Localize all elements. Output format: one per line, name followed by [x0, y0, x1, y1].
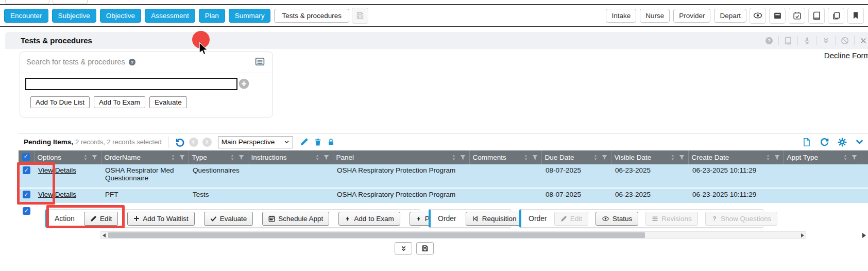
intake-button[interactable]: Intake	[606, 9, 636, 23]
grid-toolbar-right-icons	[802, 137, 868, 147]
cell-instructions	[248, 164, 333, 188]
perspective-select[interactable]: Main Perspective	[218, 136, 293, 148]
pencil-icon[interactable]	[300, 138, 309, 146]
requisition-button[interactable]: Requisition	[466, 212, 523, 226]
row-checkbox[interactable]	[23, 166, 30, 174]
status-button[interactable]: Status	[595, 212, 638, 226]
eye-icon[interactable]	[750, 8, 766, 24]
sort-icon	[523, 154, 529, 161]
revisions-button[interactable]: Revisions	[645, 212, 698, 226]
calendar-check-icon[interactable]	[789, 8, 805, 24]
cell-order-name: PFT	[101, 188, 189, 203]
section-header: Tests & procedures ?	[5, 32, 868, 49]
scrollbar-thumb[interactable]	[108, 232, 645, 238]
tab-summary[interactable]: Summary	[229, 9, 271, 23]
save-icon[interactable]	[416, 242, 434, 255]
view-details-link[interactable]: View Details	[38, 191, 76, 198]
bottom-bar	[395, 242, 434, 255]
filter-icon	[774, 154, 780, 161]
expand-double-chevron-icon[interactable]	[395, 242, 412, 255]
column-options[interactable]: Options	[34, 150, 101, 164]
block-icon[interactable]	[841, 37, 849, 45]
bookmark-icon[interactable]	[847, 8, 864, 24]
add-to-exam-button[interactable]: Add to Exam	[338, 212, 400, 226]
tab-plan[interactable]: Plan	[199, 9, 225, 23]
requisition-icon	[472, 215, 479, 222]
horizontal-scrollbar[interactable]	[100, 231, 806, 239]
list-icon[interactable]	[254, 56, 265, 67]
plus-circle-icon[interactable]	[239, 78, 249, 89]
column-visible-date[interactable]: Visible Date	[611, 150, 688, 164]
calendar-icon	[268, 215, 275, 222]
chevron-left-circle-icon[interactable]	[189, 138, 198, 147]
close-icon[interactable]	[860, 37, 867, 44]
document-icon[interactable]	[802, 138, 811, 147]
sort-icon	[314, 154, 320, 161]
cell-comments	[469, 164, 541, 188]
cell-due-date: 08-07-2025	[541, 188, 611, 203]
select-all-checkbox[interactable]	[22, 153, 30, 161]
nurse-button[interactable]: Nurse	[640, 9, 670, 23]
search-input[interactable]	[25, 78, 237, 90]
chevron-right-circle-icon[interactable]	[202, 138, 212, 147]
double-chevron-down-icon[interactable]	[822, 37, 830, 44]
cell-create-date: 06-23-2025 10:11:29	[688, 188, 784, 203]
scroll-right-arrow[interactable]	[801, 233, 804, 238]
book-icon[interactable]	[784, 37, 792, 45]
tab-objective[interactable]: Objective	[100, 9, 141, 23]
column-due-date[interactable]: Due Date	[541, 150, 611, 164]
provider-button[interactable]: Provider	[673, 9, 710, 23]
outer-scroll-right-arrow[interactable]	[862, 233, 866, 238]
action-group-label: Action	[55, 214, 75, 223]
column-panel[interactable]: Panel	[333, 150, 469, 164]
add-to-due-list-button[interactable]: Add To Due List	[30, 96, 90, 108]
book-icon[interactable]	[808, 8, 825, 24]
microphone-icon[interactable]	[803, 37, 811, 45]
column-create-date[interactable]: Create Date	[688, 150, 784, 164]
tab-subjective[interactable]: Subjective	[52, 9, 96, 23]
order-edit-button[interactable]: Edit	[554, 212, 588, 226]
evaluate-button[interactable]: Evaluate	[204, 212, 253, 226]
table-header-row: Options OrderName Type Instructions Pane…	[19, 150, 868, 164]
tab-assessment[interactable]: Assessment	[145, 9, 195, 23]
edit-button[interactable]: Edit	[84, 212, 118, 226]
filter-icon	[91, 154, 98, 161]
chevron-down-icon[interactable]	[855, 138, 864, 146]
evaluate-button[interactable]: Evaluate	[149, 96, 187, 108]
column-ordername[interactable]: OrderName	[101, 150, 189, 164]
depart-button[interactable]: Depart	[714, 9, 746, 23]
column-appt-type[interactable]: Appt Type	[784, 150, 861, 164]
show-questions-button[interactable]: ? Show Questions	[705, 212, 777, 226]
view-details-link[interactable]: View Details	[38, 166, 76, 174]
help-icon[interactable]: ?	[765, 37, 773, 45]
save-icon[interactable]	[352, 8, 368, 24]
add-to-waitlist-button[interactable]: Add To Waitlist	[127, 212, 195, 226]
sort-icon	[765, 154, 771, 161]
copy-icon[interactable]	[828, 8, 844, 24]
question-icon: ?	[711, 215, 718, 222]
help-icon[interactable]: ?	[128, 58, 136, 66]
schedule-appt-button[interactable]: Schedule Appt	[262, 212, 329, 226]
tab-tests-procedures-active[interactable]: Tests & procedures	[274, 9, 349, 23]
tab-encounter[interactable]: Encounter	[4, 9, 48, 23]
column-instructions[interactable]: Instructions	[248, 150, 333, 164]
table-row[interactable]: View Details OSHA Respirator Med Questio…	[19, 164, 868, 188]
column-comments[interactable]: Comments	[469, 150, 541, 164]
gear-icon[interactable]	[838, 138, 847, 147]
footer-checkbox[interactable]	[23, 207, 30, 215]
archive-icon[interactable]	[769, 8, 786, 24]
sort-icon	[229, 154, 235, 161]
sort-icon	[592, 154, 599, 161]
add-to-exam-button[interactable]: Add To Exam	[94, 96, 145, 108]
lock-icon[interactable]	[327, 138, 335, 146]
row-checkbox[interactable]	[23, 191, 30, 198]
column-type[interactable]: Type	[189, 150, 248, 164]
trash-icon[interactable]	[314, 138, 322, 146]
decline-form-link[interactable]: Decline Form	[824, 51, 868, 60]
undo-icon[interactable]	[175, 137, 185, 147]
pending-items-panel: Pending Items, 2 records, 2 records sele…	[19, 133, 868, 203]
scroll-left-arrow[interactable]	[103, 233, 106, 238]
pencil-icon	[560, 215, 567, 222]
table-row[interactable]: View Details PFT Tests OSHA Respiratory …	[19, 188, 868, 203]
refresh-icon[interactable]	[820, 137, 829, 147]
